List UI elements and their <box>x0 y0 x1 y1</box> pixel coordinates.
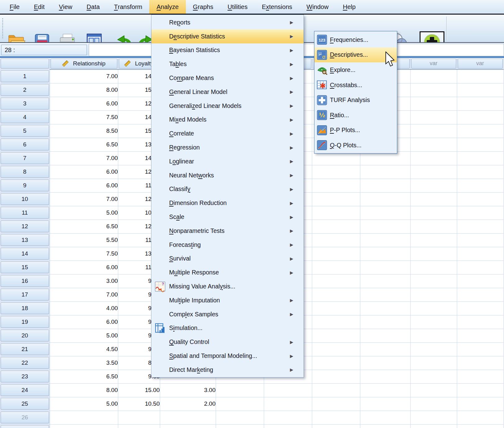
cell[interactable]: 3.00 <box>50 274 118 288</box>
row-header-23[interactable]: 23 <box>0 370 50 383</box>
cell[interactable] <box>457 342 503 356</box>
menu-item-descriptive-statistics[interactable]: Descriptive Statistics▶ <box>151 29 304 43</box>
row-header-4[interactable]: 4 <box>0 110 50 124</box>
column-header-var[interactable]: var <box>410 58 457 69</box>
cell[interactable] <box>160 411 216 424</box>
cell[interactable] <box>457 151 503 165</box>
cell[interactable]: 15.00 <box>118 383 160 397</box>
cell[interactable]: 8.00 <box>50 83 118 97</box>
cell[interactable]: 10.50 <box>118 397 160 411</box>
cell[interactable] <box>457 247 503 261</box>
cell[interactable] <box>118 411 160 424</box>
cell[interactable] <box>410 261 457 274</box>
menu-item-dimension-reduction[interactable]: Dimension Reduction▶ <box>151 196 304 210</box>
cell[interactable]: 7.00 <box>50 69 118 83</box>
row-header-11[interactable]: 11 <box>0 206 50 220</box>
row-header-16[interactable]: 16 <box>0 274 50 288</box>
submenu-item-turf-analysis[interactable]: TURF Analysis <box>314 92 397 108</box>
menu-item-complex-samples[interactable]: Complex Samples▶ <box>151 307 304 321</box>
row-header-7[interactable]: 7 <box>0 151 50 165</box>
cell[interactable] <box>457 329 503 342</box>
cell[interactable] <box>410 315 457 329</box>
cell[interactable] <box>457 124 503 138</box>
menubar-item-analyze[interactable]: Analyze <box>149 0 186 14</box>
cell[interactable]: 4.00 <box>50 301 118 315</box>
menu-item-spatial-and-temporal-modeling[interactable]: Spatial and Temporal Modeling...▶ <box>151 349 304 363</box>
column-header-var[interactable]: var <box>457 58 503 69</box>
cell[interactable] <box>360 220 410 233</box>
submenu-item-p-p-plots[interactable]: P-P Plots... <box>314 123 397 138</box>
cell[interactable] <box>360 165 410 179</box>
cell[interactable] <box>457 315 503 329</box>
cell[interactable] <box>457 288 503 301</box>
cell[interactable] <box>457 165 503 179</box>
cell[interactable] <box>410 397 457 411</box>
cell[interactable] <box>410 97 457 110</box>
row-header-21[interactable]: 21 <box>0 342 50 356</box>
cell[interactable] <box>312 233 360 247</box>
row-header-17[interactable]: 17 <box>0 288 50 301</box>
menu-item-simulation[interactable]: Simulation... <box>151 321 304 335</box>
cell[interactable] <box>312 301 360 315</box>
cell[interactable] <box>312 288 360 301</box>
cell[interactable] <box>216 383 264 397</box>
cell[interactable] <box>216 424 264 428</box>
cell[interactable] <box>312 220 360 233</box>
cell[interactable] <box>312 165 360 179</box>
row-header-12[interactable]: 12 <box>0 220 50 233</box>
cell[interactable] <box>410 206 457 220</box>
cell[interactable] <box>410 69 457 83</box>
cell[interactable] <box>312 356 360 370</box>
cell[interactable] <box>457 274 503 288</box>
cell[interactable] <box>457 370 503 383</box>
cell[interactable] <box>457 138 503 151</box>
menubar-item-edit[interactable]: Edit <box>27 0 52 14</box>
menu-item-scale[interactable]: Scale▶ <box>151 210 304 224</box>
row-header-27[interactable]: 27 <box>0 424 50 428</box>
cell[interactable] <box>160 424 216 428</box>
cell[interactable] <box>410 151 457 165</box>
cell[interactable] <box>216 397 264 411</box>
cell[interactable] <box>457 97 503 110</box>
menubar-item-help[interactable]: Help <box>336 0 363 14</box>
row-header-19[interactable]: 19 <box>0 315 50 329</box>
menu-item-reports[interactable]: Reports▶ <box>151 16 304 29</box>
menu-item-general-linear-model[interactable]: General Linear Model▶ <box>151 85 304 99</box>
menu-item-multiple-imputation[interactable]: Multiple Imputation▶ <box>151 293 304 307</box>
cell[interactable] <box>457 356 503 370</box>
cell[interactable]: 7.00 <box>50 151 118 165</box>
cell[interactable] <box>118 424 160 428</box>
cell[interactable] <box>312 397 360 411</box>
cell[interactable] <box>216 411 264 424</box>
cell[interactable] <box>410 342 457 356</box>
cell[interactable]: 7.50 <box>50 110 118 124</box>
row-header-9[interactable]: 9 <box>0 179 50 192</box>
cell[interactable] <box>312 370 360 383</box>
cell[interactable] <box>360 424 410 428</box>
cell[interactable]: 6.00 <box>50 315 118 329</box>
menu-item-neural-networks[interactable]: Neural Networks▶ <box>151 168 304 182</box>
cell[interactable] <box>50 424 118 428</box>
cell[interactable] <box>360 261 410 274</box>
cell[interactable] <box>410 424 457 428</box>
cell[interactable] <box>50 411 118 424</box>
cell[interactable] <box>312 179 360 192</box>
cell[interactable]: 3.50 <box>50 356 118 370</box>
cell[interactable]: 2.00 <box>160 397 216 411</box>
cell[interactable] <box>312 342 360 356</box>
cell[interactable] <box>410 329 457 342</box>
cell[interactable]: 6.50 <box>50 138 118 151</box>
cell[interactable] <box>360 383 410 397</box>
menubar-item-data[interactable]: Data <box>79 0 107 14</box>
cell[interactable] <box>410 247 457 261</box>
menu-item-compare-means[interactable]: Compare Means▶ <box>151 71 304 85</box>
menubar-item-window[interactable]: Window <box>299 0 336 14</box>
menu-item-generalized-linear-models[interactable]: Generalized Linear Models▶ <box>151 99 304 113</box>
cell[interactable] <box>457 301 503 315</box>
cell[interactable] <box>457 192 503 206</box>
row-header-3[interactable]: 3 <box>0 97 50 110</box>
menu-item-direct-marketing[interactable]: Direct Marketing▶ <box>151 363 304 377</box>
menubar-item-graphs[interactable]: Graphs <box>186 0 221 14</box>
cell[interactable] <box>360 411 410 424</box>
cell[interactable] <box>360 329 410 342</box>
